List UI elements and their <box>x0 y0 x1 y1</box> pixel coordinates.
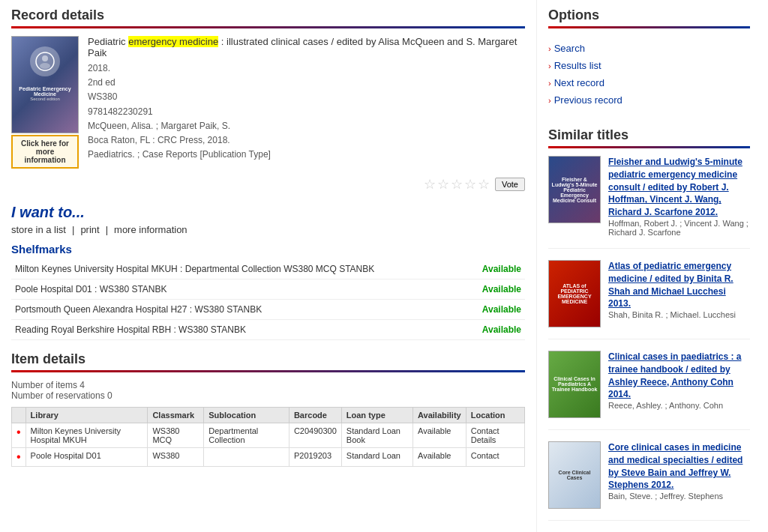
cover-text-core: Core Clinical Cases <box>549 468 600 483</box>
col-availability: Availability <box>413 408 466 423</box>
similar-title-item-3: Clinical Cases in Paediatrics A Trainee … <box>548 351 750 430</box>
arrow-icon-search: › <box>548 44 551 53</box>
next-record-label: Next record <box>554 77 604 88</box>
item-meta: Number of items 4 Number of reservations… <box>11 380 525 401</box>
similar-author-1: Hoffman, Robert J. ; Vincent J. Wang ; R… <box>608 219 750 237</box>
col-library: Library <box>26 408 148 423</box>
book-subjects: Paediatrics. ; Case Reports [Publication… <box>88 148 525 162</box>
shelf-status-1: Available <box>482 264 521 274</box>
similar-info-3: Clinical cases in paediatrics : a traine… <box>608 351 750 418</box>
row-loan-type-2: Standard Loan <box>341 448 412 467</box>
arrow-icon-results: › <box>548 61 551 70</box>
row-barcode-1: C20490300 <box>289 423 341 448</box>
similar-title-item-1: Fleisher & Ludwig's 5-Minute Pediatric E… <box>548 156 750 249</box>
row-library-2: Poole Hospital D01 <box>26 448 148 467</box>
book-year: 2018. <box>88 61 525 76</box>
previous-record-link[interactable]: › Previous record <box>548 94 750 106</box>
book-info: Pediatric emergency medicine : illustrat… <box>88 36 525 169</box>
cover-icon <box>34 51 56 72</box>
more-info-link[interactable]: more information <box>114 224 188 235</box>
row-barcode-2: P2019203 <box>289 448 341 467</box>
table-header-row: Library Classmark Sublocation Barcode Lo… <box>12 408 525 423</box>
star-rating[interactable]: ☆☆☆☆☆ <box>424 176 491 193</box>
red-dot-1: • <box>16 426 21 438</box>
print-link[interactable]: print <box>80 224 99 235</box>
similar-cover-1: Fleisher & Ludwig's 5-Minute Pediatric E… <box>548 156 601 223</box>
row-indicator-1: • <box>12 423 26 448</box>
item-details-table: Library Classmark Sublocation Barcode Lo… <box>11 407 525 467</box>
similar-cover-img-3: Clinical Cases in Paediatrics A Trainee … <box>548 351 601 418</box>
shelf-location-2: Poole Hospital D01 : WS380 STANBK <box>15 284 167 294</box>
options-section: Options › Search › Results list <box>548 7 750 112</box>
similar-title-link-2[interactable]: Atlas of pediatric emergency medicine / … <box>608 261 734 309</box>
col-location: Location <box>466 408 524 423</box>
results-list-link[interactable]: › Results list <box>548 60 750 71</box>
option-item-prev: › Previous record <box>548 91 750 109</box>
i-want-links: store in a list | print | more informati… <box>11 224 525 235</box>
shelfmarks-heading: Shelfmarks <box>11 243 525 256</box>
similar-titles-section: Similar titles Fleisher & Ludwig's 5-Min… <box>548 127 750 521</box>
row-location-1: Contact Details <box>466 423 524 448</box>
similar-title-link-1[interactable]: Fleisher and Ludwig's 5-minute pediatric… <box>608 157 742 217</box>
col-sublocation: Sublocation <box>204 408 290 423</box>
click-here-button[interactable]: Click here for more information <box>11 135 79 169</box>
record-details-section: Record details <box>11 7 525 193</box>
next-record-link[interactable]: › Next record <box>548 77 750 88</box>
separator-1: | <box>72 224 74 235</box>
shelf-row: Portsmouth Queen Alexandra Hospital H27 … <box>11 300 525 320</box>
row-availability-2: Available <box>413 448 466 467</box>
book-classmark: WS380 <box>88 90 525 104</box>
similar-author-2: Shah, Binita R. ; Michael. Lucchesi <box>608 310 750 319</box>
row-library-1: Milton Keynes University Hospital MKUH <box>26 423 148 448</box>
row-sublocation-2 <box>204 448 290 467</box>
similar-cover-2: ATLAS of PEDIATRIC EMERGENCY MEDICINE <box>548 260 601 327</box>
book-title: Pediatric emergency medicine : illustrat… <box>88 36 525 58</box>
similar-cover-img-2: ATLAS of PEDIATRIC EMERGENCY MEDICINE <box>548 260 601 327</box>
i-want-section: I want to... store in a list | print | m… <box>11 204 525 235</box>
item-details-divider <box>11 370 525 372</box>
shelf-row: Milton Keynes University Hospital MKUH :… <box>11 259 525 279</box>
shelf-row: Reading Royal Berkshire Hospital RBH : W… <box>11 320 525 340</box>
similar-title-link-3[interactable]: Clinical cases in paediatrics : a traine… <box>608 351 741 399</box>
col-indicator <box>12 408 26 423</box>
search-link[interactable]: › Search <box>548 43 750 54</box>
record-details-divider <box>11 26 525 28</box>
shelf-location-3: Portsmouth Queen Alexandra Hospital H27 … <box>15 304 262 315</box>
option-item-results: › Results list <box>548 57 750 74</box>
cover-text-fleisher: Fleisher & Ludwig's 5-Minute Pediatric E… <box>549 175 600 205</box>
similar-cover-3: Clinical Cases in Paediatrics A Trainee … <box>548 351 601 418</box>
col-barcode: Barcode <box>289 408 341 423</box>
row-availability-1: Available <box>413 423 466 448</box>
option-item-search: › Search <box>548 40 750 57</box>
item-details-heading: Item details <box>11 351 525 367</box>
book-title-highlight: emergency medicine <box>128 36 218 47</box>
similar-title-link-4[interactable]: Core clinical cases in medicine and medi… <box>608 442 742 490</box>
shelf-status-2: Available <box>482 284 521 294</box>
book-authors: McQueen, Alisa. ; Margaret Paik, S. <box>88 119 525 133</box>
book-cover-container: Pediatric Emergency Medicine Second edit… <box>11 36 79 169</box>
i-want-title: I want to... <box>11 204 525 221</box>
vote-button[interactable]: Vote <box>495 178 525 191</box>
num-reservations: Number of reservations 0 <box>11 390 525 401</box>
cover-subtitle: Second edition <box>30 97 60 101</box>
shelfmarks-section: Shelfmarks Milton Keynes University Hosp… <box>11 243 525 340</box>
record-details-heading: Record details <box>11 7 525 23</box>
arrow-icon-prev: › <box>548 96 551 105</box>
row-classmark-1: WS380 MCQ <box>148 423 204 448</box>
book-meta: 2018. 2nd ed WS380 9781482230291 McQueen… <box>88 61 525 162</box>
shelf-location-4: Reading Royal Berkshire Hospital RBH : W… <box>15 324 246 335</box>
cover-text-atlas: ATLAS of PEDIATRIC EMERGENCY MEDICINE <box>549 281 600 306</box>
similar-author-4: Bain, Steve. ; Jeffrey. Stephens <box>608 492 750 501</box>
search-label: Search <box>554 43 585 54</box>
book-title-plain: Pediatric <box>88 36 128 47</box>
red-dot-2: • <box>16 450 21 463</box>
separator-2: | <box>106 224 108 235</box>
store-in-list-link[interactable]: store in a list <box>11 224 66 235</box>
col-classmark: Classmark <box>148 408 204 423</box>
similar-cover-img-1: Fleisher & Ludwig's 5-Minute Pediatric E… <box>548 156 601 223</box>
similar-cover-img-4: Core Clinical Cases <box>548 441 601 509</box>
svg-point-2 <box>40 63 50 69</box>
row-indicator-2: • <box>12 448 26 467</box>
shelf-status-4: Available <box>482 324 521 335</box>
table-row: • Milton Keynes University Hospital MKUH… <box>12 423 525 448</box>
